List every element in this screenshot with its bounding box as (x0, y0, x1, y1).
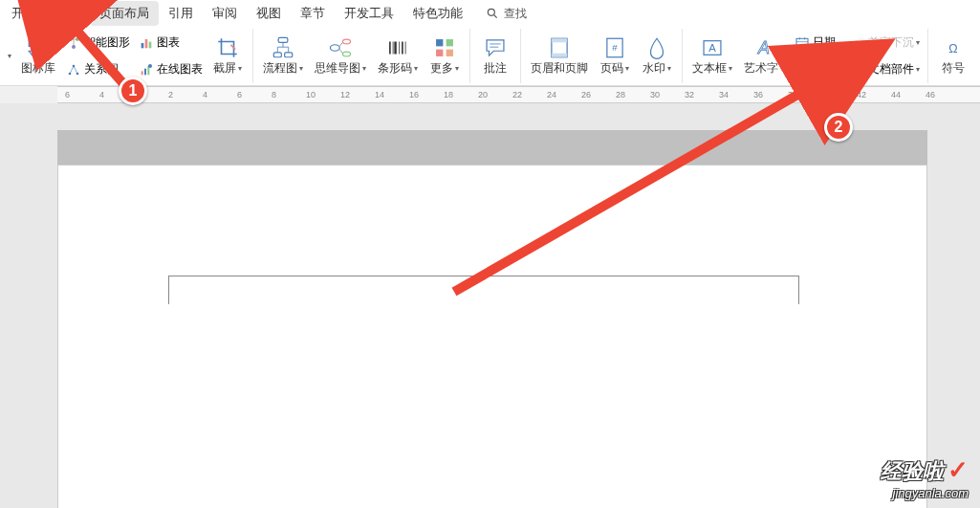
svg-rect-2 (29, 40, 36, 47)
watermark-button[interactable]: 水印▾ (636, 29, 678, 83)
mindmap-icon (328, 35, 353, 60)
online-chart-button[interactable]: 在线图表 (134, 57, 207, 82)
textbox-icon: A (700, 35, 725, 60)
chart-label: 图表 (157, 34, 180, 51)
svg-rect-17 (149, 41, 152, 48)
svg-point-3 (39, 39, 47, 47)
svg-text:A: A (708, 42, 716, 54)
tab-bar: 开始 插入 页面布局 引用 审阅 视图 章节 开发工具 特色功能 查找 (0, 0, 980, 27)
document-page[interactable] (57, 165, 927, 508)
wordart-label: 艺术字▾ (744, 60, 784, 77)
svg-point-30 (342, 39, 350, 44)
svg-text:#: # (612, 42, 618, 53)
barcode-label: 条形码▾ (378, 60, 418, 77)
online-chart-icon (138, 61, 155, 78)
page-number-button[interactable]: # 页码▾ (594, 29, 636, 83)
smart-graphic-button[interactable]: 智能图形 (61, 31, 134, 55)
flowchart-icon (271, 35, 295, 60)
svg-rect-43 (446, 50, 453, 56)
flowchart-button[interactable]: 流程图▾ (257, 29, 309, 83)
watermark-icon (644, 35, 669, 60)
ribbon: ▾ 图标库 智能图形 关系图 图表 在线图表 (0, 27, 980, 86)
check-icon: ✓ (947, 455, 969, 484)
page-number-icon: # (602, 35, 627, 60)
search-label: 查找 (504, 6, 527, 22)
barcode-button[interactable]: 条形码▾ (372, 29, 424, 83)
chart-icon (138, 34, 155, 52)
symbol-label: 符号 (942, 60, 965, 77)
unknown-dropdown[interactable]: ▾ (4, 44, 15, 69)
watermark-label: 水印▾ (642, 60, 671, 77)
mindmap-button[interactable]: 思维导图▾ (309, 29, 372, 83)
textbox-button[interactable]: A 文本框▾ (686, 29, 738, 83)
comment-icon (483, 35, 508, 60)
tab-layout[interactable]: 页面布局 (90, 1, 159, 26)
comment-label: 批注 (484, 60, 507, 77)
tab-start[interactable]: 开始 (2, 1, 46, 26)
svg-point-21 (148, 64, 152, 68)
smart-graphic-label: 智能图形 (84, 34, 130, 51)
icon-library-label: 图标库 (21, 60, 55, 77)
date-button[interactable]: 日期 (790, 31, 845, 55)
document-canvas[interactable] (0, 103, 980, 508)
more-button[interactable]: 更多▾ (424, 29, 466, 83)
search-icon (484, 5, 501, 22)
svg-rect-47 (552, 38, 567, 42)
svg-rect-24 (285, 53, 293, 57)
svg-rect-41 (446, 39, 453, 46)
tab-view[interactable]: 视图 (247, 1, 291, 26)
svg-rect-18 (142, 71, 143, 75)
svg-text:A: A (757, 38, 770, 57)
comment-button[interactable]: 批注 (474, 29, 516, 83)
object-label: 对象 (813, 61, 836, 77)
screenshot-button[interactable]: 截屏▾ (207, 29, 249, 83)
document-frame-line (168, 276, 799, 304)
annotation-marker-2: 2 (824, 113, 853, 142)
header-footer-button[interactable]: 页眉和页脚 (525, 29, 594, 83)
svg-point-0 (488, 9, 494, 15)
online-chart-label: 在线图表 (157, 61, 203, 77)
symbol-icon: Ω (941, 35, 966, 60)
object-button[interactable]: 对象▾ (790, 57, 845, 82)
watermark-logo: 经验啦✓ jingyanla.com (881, 455, 969, 500)
relation-chart-button[interactable]: 关系图 (61, 57, 134, 82)
tab-review[interactable]: 审阅 (203, 1, 247, 26)
svg-point-29 (330, 45, 339, 52)
symbol-button[interactable]: Ω 符号 (932, 29, 974, 83)
object-icon (794, 61, 811, 78)
doc-parts-icon (849, 61, 866, 78)
drop-cap-icon: A (849, 34, 866, 52)
icon-library-button[interactable]: 图标库 (15, 29, 61, 83)
textbox-label: 文本框▾ (692, 60, 732, 77)
mindmap-label: 思维导图▾ (315, 60, 366, 77)
crop-icon (215, 35, 240, 60)
svg-line-33 (339, 50, 342, 54)
svg-rect-54 (796, 38, 808, 49)
svg-text:Ω: Ω (948, 42, 957, 55)
header-footer-label: 页眉和页脚 (531, 60, 588, 77)
page-shadow (57, 130, 927, 165)
screenshot-label: 截屏▾ (213, 60, 242, 77)
tab-section[interactable]: 章节 (291, 1, 335, 26)
svg-line-14 (74, 66, 77, 74)
barcode-icon (385, 35, 410, 60)
wordart-button[interactable]: A 艺术字▾ (738, 29, 790, 83)
svg-point-31 (342, 52, 350, 56)
relation-icon (65, 61, 82, 78)
calendar-icon (794, 34, 811, 52)
tab-special[interactable]: 特色功能 (403, 1, 472, 26)
annotation-marker-1: 1 (119, 77, 147, 105)
more-label: 更多▾ (430, 60, 459, 77)
date-label: 日期 (813, 34, 836, 51)
tab-devtools[interactable]: 开发工具 (335, 1, 403, 26)
svg-rect-48 (552, 54, 567, 57)
tab-insert[interactable]: 插入 (46, 1, 90, 26)
search-button[interactable]: 查找 (484, 5, 527, 22)
svg-rect-19 (144, 68, 146, 75)
drop-cap-button: A 首字下沉▾ (845, 31, 924, 55)
tab-reference[interactable]: 引用 (159, 1, 203, 26)
horizontal-ruler[interactable]: 6422468101214161820222426283032343638404… (57, 86, 980, 103)
doc-parts-button[interactable]: 文档部件▾ (845, 57, 924, 82)
svg-rect-15 (142, 43, 144, 48)
chart-button[interactable]: 图表 (134, 31, 207, 55)
